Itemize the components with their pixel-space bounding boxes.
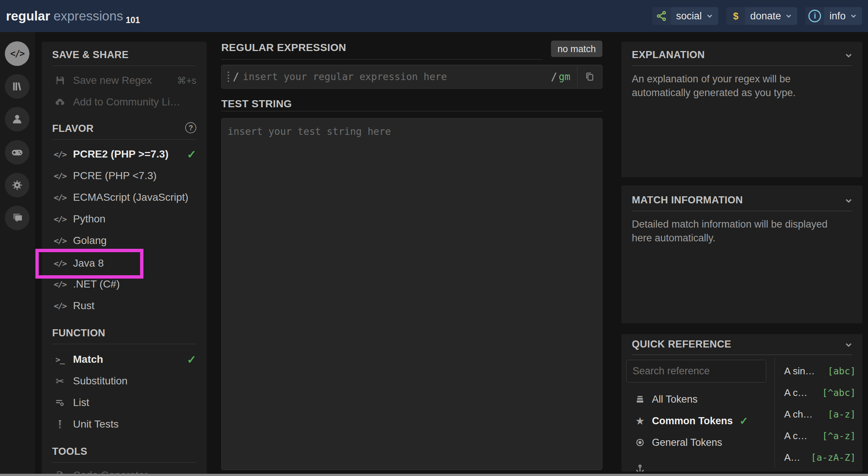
code-slash-icon: </> bbox=[52, 259, 68, 268]
reference-entry[interactable]: A… [a-zA-Z] bbox=[784, 449, 856, 466]
category-all-tokens[interactable]: All Tokens bbox=[633, 391, 771, 407]
chevron-down-icon bbox=[849, 12, 858, 20]
flavor-item-golang[interactable]: </> Golang bbox=[52, 233, 196, 248]
flavor-item-java8[interactable]: </> Java 8 bbox=[52, 256, 196, 271]
chevron-down-icon[interactable] bbox=[844, 196, 853, 206]
flavor-item-ecmascript[interactable]: </> ECMAScript (JavaScript) bbox=[52, 190, 196, 205]
chevron-down-icon[interactable] bbox=[844, 51, 853, 60]
explanation-body: An explanation of your regex will be aut… bbox=[632, 72, 848, 100]
scissors-icon: ✂ bbox=[52, 375, 68, 387]
flavor-help-icon[interactable]: ? bbox=[185, 122, 196, 133]
test-string-input[interactable] bbox=[221, 118, 602, 470]
regex-close-delimiter: / bbox=[551, 71, 557, 83]
list-settings-icon bbox=[52, 397, 68, 408]
code-slash-icon: </> bbox=[52, 236, 68, 245]
donate-menu-button[interactable]: $ donate bbox=[726, 7, 798, 25]
star-icon: ★ bbox=[633, 415, 647, 427]
copy-icon[interactable] bbox=[577, 72, 602, 82]
category-general-tokens[interactable]: General Tokens bbox=[633, 434, 771, 451]
icon-rail: </> bbox=[0, 32, 35, 476]
code-slash-icon: </> bbox=[52, 215, 68, 224]
code-slash-icon: </> bbox=[52, 171, 68, 181]
app-logo: regular expressions 101 bbox=[6, 9, 140, 23]
reference-entry[interactable]: A sin… [abc] bbox=[784, 363, 856, 379]
reference-search-container bbox=[626, 360, 766, 383]
category-partial-row[interactable] bbox=[633, 461, 771, 472]
match-information-body: Detailed match information will be displ… bbox=[632, 218, 848, 245]
regex101-app: regular expressions 101 social $ donat bbox=[0, 0, 868, 476]
rail-game-button[interactable] bbox=[5, 140, 29, 165]
sidebar-panel: SAVE & SHARE Save new Regex ⌘+s Add to C… bbox=[42, 42, 207, 476]
code-slash-icon: </> bbox=[52, 193, 68, 202]
function-item-unit-tests[interactable]: Unit Tests bbox=[52, 417, 196, 432]
chevron-down-icon bbox=[785, 12, 793, 20]
reference-search-input[interactable] bbox=[626, 360, 766, 383]
function-item-match[interactable]: >_ Match ✓ bbox=[52, 352, 196, 367]
flavor-header: FLAVOR bbox=[52, 123, 196, 134]
flavor-item-dotnet[interactable]: </> .NET (C#) bbox=[52, 277, 196, 292]
chevron-down-icon bbox=[706, 12, 714, 20]
flavor-item-python[interactable]: </> Python bbox=[52, 212, 196, 226]
info-menu-button[interactable]: i info bbox=[805, 7, 862, 25]
add-to-community-label: Add to Community Li… bbox=[73, 96, 180, 108]
reference-entry[interactable]: A c… [^abc] bbox=[784, 384, 856, 401]
share-nodes-icon bbox=[652, 7, 671, 25]
user-icon bbox=[11, 113, 23, 125]
rail-settings-button[interactable] bbox=[5, 173, 29, 197]
save-new-regex-label: Save new Regex bbox=[73, 74, 152, 86]
logo-expressions: expressions bbox=[54, 9, 123, 23]
divider bbox=[221, 111, 602, 111]
regex-flags[interactable]: gm bbox=[559, 71, 570, 82]
anchor-icon bbox=[633, 464, 647, 472]
test-string-header: TEST STRING bbox=[221, 98, 292, 110]
rail-editor-button[interactable]: </> bbox=[5, 41, 29, 66]
code-slash-icon: </> bbox=[10, 48, 24, 59]
window-bottom-edge bbox=[0, 474, 868, 476]
cloud-upload-icon bbox=[52, 97, 68, 107]
category-common-tokens[interactable]: ★ Common Tokens ✓ bbox=[633, 413, 771, 429]
function-item-list[interactable]: List bbox=[52, 395, 196, 410]
rail-library-button[interactable] bbox=[5, 74, 29, 99]
all-tokens-icon bbox=[633, 394, 647, 404]
check-icon: ✓ bbox=[187, 148, 196, 161]
check-icon: ✓ bbox=[187, 353, 196, 366]
rail-account-button[interactable] bbox=[5, 107, 29, 131]
save-new-regex-item[interactable]: Save new Regex ⌘+s bbox=[52, 73, 196, 88]
explanation-header: EXPLANATION bbox=[632, 49, 852, 61]
tools-header: TOOLS bbox=[52, 446, 196, 457]
save-floppy-icon bbox=[52, 75, 68, 86]
donate-menu-label: donate bbox=[750, 10, 781, 22]
save-shortcut: ⌘+s bbox=[177, 75, 196, 86]
reference-entry[interactable]: A c… [^a-z] bbox=[784, 428, 856, 444]
flavor-item-pcre2[interactable]: </> PCRE2 (PHP >=7.3) ✓ bbox=[52, 147, 196, 162]
divider bbox=[632, 211, 852, 211]
social-menu-label: social bbox=[676, 10, 702, 22]
bullseye-icon bbox=[633, 438, 647, 447]
save-share-header: SAVE & SHARE bbox=[52, 49, 196, 61]
flavor-item-rust[interactable]: </> Rust bbox=[52, 298, 196, 313]
code-slash-icon: </> bbox=[52, 280, 68, 289]
check-icon: ✓ bbox=[739, 415, 748, 427]
dollar-icon: $ bbox=[726, 7, 745, 25]
reference-entry[interactable]: A ch… [a-z] bbox=[784, 406, 856, 422]
regex-input[interactable] bbox=[243, 71, 551, 82]
divider bbox=[52, 462, 196, 463]
divider bbox=[774, 358, 775, 468]
divider bbox=[632, 66, 852, 66]
function-item-substitution[interactable]: ✂ Substitution bbox=[52, 374, 196, 388]
match-information-header: MATCH INFORMATION bbox=[632, 194, 852, 206]
gamepad-icon bbox=[10, 146, 24, 159]
divider bbox=[52, 139, 196, 140]
social-menu-button[interactable]: social bbox=[652, 7, 718, 25]
drag-handle-icon[interactable] bbox=[228, 72, 229, 82]
rail-feedback-button[interactable] bbox=[5, 206, 29, 230]
flavor-item-pcre[interactable]: </> PCRE (PHP <7.3) bbox=[52, 168, 196, 183]
chevron-down-icon[interactable] bbox=[844, 340, 853, 350]
feedback-chat-icon bbox=[11, 212, 23, 224]
quick-reference-header: QUICK REFERENCE bbox=[632, 339, 852, 350]
divider bbox=[632, 355, 852, 355]
library-icon bbox=[11, 80, 23, 92]
code-slash-icon: </> bbox=[52, 301, 68, 311]
add-to-community-item[interactable]: Add to Community Li… bbox=[52, 95, 196, 110]
info-menu-label: info bbox=[829, 10, 846, 22]
